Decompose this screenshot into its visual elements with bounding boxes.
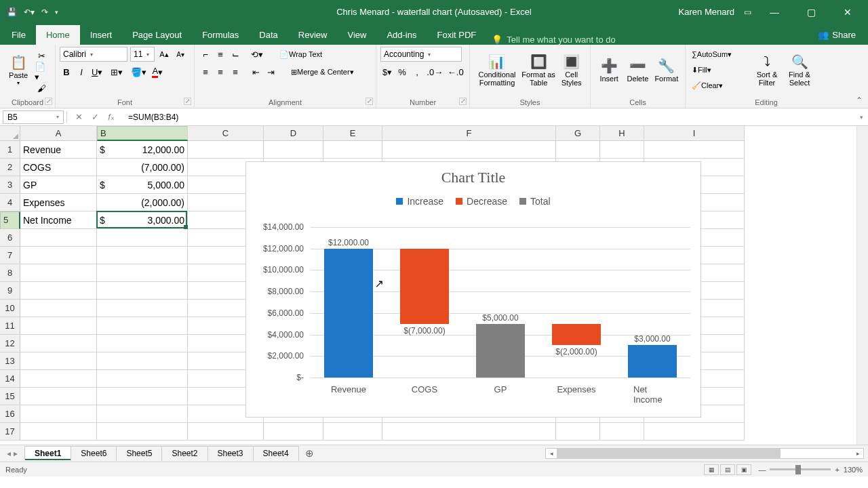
wrap-text-button[interactable]: 📄 Wrap Text: [275, 47, 327, 62]
zoom-level[interactable]: 130%: [844, 466, 863, 474]
cell[interactable]: [97, 300, 188, 317]
align-bottom-button[interactable]: ⌙: [229, 47, 242, 62]
cell[interactable]: [20, 352, 97, 370]
zoom-slider[interactable]: [770, 468, 831, 470]
enter-formula-icon[interactable]: ✓: [87, 112, 102, 122]
decrease-decimal-button[interactable]: ←.0: [446, 64, 466, 79]
tab-review[interactable]: Review: [288, 25, 338, 45]
cell-styles-button[interactable]: 🔳Cell Styles: [557, 47, 586, 94]
cell[interactable]: [97, 282, 188, 300]
cell[interactable]: Net Income: [20, 211, 97, 229]
cell[interactable]: [600, 141, 644, 159]
cell[interactable]: [323, 141, 382, 159]
font-color-button[interactable]: A▾: [150, 64, 165, 79]
increase-font-button[interactable]: A▴: [157, 47, 171, 62]
column-header[interactable]: D: [264, 126, 323, 141]
paste-button[interactable]: 📋 Paste ▾: [4, 47, 33, 94]
tab-home[interactable]: Home: [36, 25, 80, 45]
row-header[interactable]: 4: [0, 194, 20, 211]
cell[interactable]: Revenue: [20, 141, 97, 159]
tab-formulas[interactable]: Formulas: [192, 25, 249, 45]
plot-area[interactable]: $-$2,000.00$4,000.00$6,000.00$8,000.00$1…: [311, 227, 690, 378]
format-as-table-button[interactable]: 🔲Format as Table: [520, 47, 557, 94]
column-header[interactable]: E: [323, 126, 382, 141]
align-center-button[interactable]: ≡: [214, 64, 227, 79]
zoom-out-button[interactable]: —: [758, 466, 766, 474]
row-header[interactable]: 3: [0, 176, 20, 194]
number-launcher[interactable]: ⤢: [459, 98, 467, 105]
italic-button[interactable]: I: [75, 64, 88, 79]
align-middle-button[interactable]: ≡: [214, 47, 227, 62]
cell[interactable]: (7,000.00): [97, 159, 188, 176]
autosum-button[interactable]: ∑ AutoSum ▾: [690, 47, 751, 62]
row-header[interactable]: 11: [0, 317, 20, 335]
horizontal-scrollbar[interactable]: ◂ ▸: [545, 448, 864, 459]
sheet-tab[interactable]: Sheet3: [208, 446, 254, 461]
percent-button[interactable]: %: [395, 64, 409, 79]
clear-button[interactable]: 🧹 Clear ▾: [690, 78, 751, 93]
format-painter-button[interactable]: 🖌: [33, 81, 51, 96]
cell[interactable]: [264, 423, 323, 441]
share-button[interactable]: 👥 Share: [806, 25, 868, 45]
cell[interactable]: [97, 352, 188, 370]
zoom-in-button[interactable]: +: [835, 466, 839, 474]
sheet-tab[interactable]: Sheet2: [161, 446, 208, 461]
cell[interactable]: [20, 423, 97, 441]
new-sheet-button[interactable]: ⊕: [305, 447, 314, 460]
row-header[interactable]: 14: [0, 370, 20, 388]
maximize-button[interactable]: ▢: [797, 7, 825, 18]
cell[interactable]: [20, 388, 97, 405]
sheet-tab[interactable]: Sheet4: [253, 446, 299, 461]
cell[interactable]: [97, 264, 188, 282]
row-header[interactable]: 10: [0, 300, 20, 317]
decrease-font-button[interactable]: A▾: [174, 47, 187, 62]
align-top-button[interactable]: ⌐: [199, 47, 212, 62]
worksheet-grid[interactable]: ABCDEFGHI 1234567891011121314151617 Reve…: [0, 126, 868, 445]
conditional-formatting-button[interactable]: 📊Conditional Formatting: [474, 47, 520, 94]
tab-insert[interactable]: Insert: [80, 25, 123, 45]
cell[interactable]: [556, 141, 600, 159]
chart-bar[interactable]: [552, 324, 601, 346]
page-layout-view-button[interactable]: ▤: [720, 464, 735, 475]
font-launcher[interactable]: ⤢: [184, 98, 191, 105]
normal-view-button[interactable]: ▦: [704, 464, 719, 475]
row-header[interactable]: 2: [0, 159, 20, 176]
cell[interactable]: [188, 141, 264, 159]
minimize-button[interactable]: —: [761, 7, 788, 18]
close-button[interactable]: ✕: [834, 7, 861, 18]
find-select-button[interactable]: 🔍Find & Select: [783, 47, 816, 94]
row-header[interactable]: 9: [0, 282, 20, 300]
increase-indent-button[interactable]: ⇥: [264, 64, 277, 79]
cell[interactable]: Expenses: [20, 194, 97, 211]
insert-function-icon[interactable]: fₓ: [104, 112, 119, 122]
chart-object[interactable]: Chart Title IncreaseDecreaseTotal $-$2,0…: [245, 161, 701, 418]
cell[interactable]: [20, 282, 97, 300]
tab-data[interactable]: Data: [249, 25, 288, 45]
column-header[interactable]: B: [97, 126, 188, 141]
cell[interactable]: [382, 141, 556, 159]
sheet-tab[interactable]: Sheet6: [71, 446, 117, 461]
cell[interactable]: [382, 423, 556, 441]
cell[interactable]: [20, 300, 97, 317]
align-launcher[interactable]: ⤢: [366, 98, 373, 105]
cell[interactable]: [97, 388, 188, 405]
cell[interactable]: [97, 405, 188, 423]
cancel-formula-icon[interactable]: ✕: [71, 112, 86, 122]
cell[interactable]: [644, 141, 745, 159]
tell-me-search[interactable]: 💡 Tell me what you want to do: [492, 35, 615, 45]
orientation-button[interactable]: ⟲▾: [249, 47, 265, 62]
cell[interactable]: [97, 317, 188, 335]
row-header[interactable]: 8: [0, 264, 20, 282]
cell[interactable]: $5,000.00: [97, 176, 188, 194]
cell[interactable]: [20, 229, 97, 247]
cell[interactable]: [97, 229, 188, 247]
redo-icon[interactable]: ↷: [41, 7, 48, 17]
chart-bar[interactable]: [628, 345, 677, 378]
copy-button[interactable]: 📄▾: [33, 64, 51, 79]
column-header[interactable]: I: [644, 126, 745, 141]
row-header[interactable]: 13: [0, 352, 20, 370]
tab-addins[interactable]: Add-ins: [376, 25, 427, 45]
name-box[interactable]: B5▾: [3, 110, 64, 124]
row-header[interactable]: 5: [0, 211, 20, 229]
cell[interactable]: [20, 335, 97, 352]
